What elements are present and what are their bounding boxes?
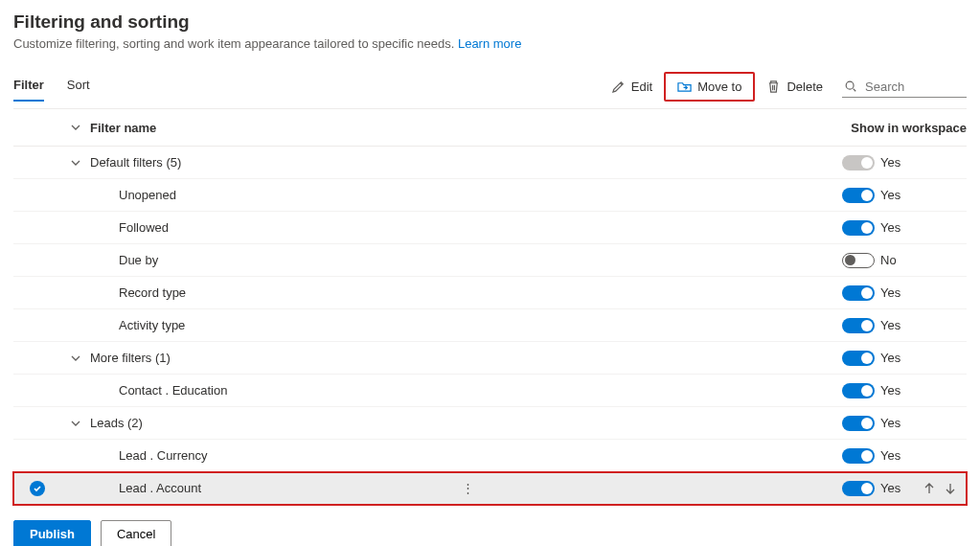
filter-row[interactable]: Lead . Account⋮Yes xyxy=(13,472,967,505)
selected-check-icon xyxy=(30,481,45,496)
svg-point-0 xyxy=(846,81,854,89)
move-to-label: Move to xyxy=(697,80,741,94)
tabs: Filter Sort xyxy=(13,72,90,102)
pencil-icon xyxy=(611,80,626,94)
delete-label: Delete xyxy=(786,80,823,94)
toggle-label: Yes xyxy=(875,318,913,332)
toggle-label: No xyxy=(875,253,913,267)
row-label: Unopened xyxy=(90,188,459,202)
trash-icon xyxy=(766,80,781,94)
filter-row[interactable]: Activity typeYes xyxy=(13,309,967,342)
page-title: Filtering and sorting xyxy=(13,11,967,33)
filter-row[interactable]: Due byNo xyxy=(13,244,967,277)
move-to-button[interactable]: Move to xyxy=(670,76,749,98)
search-input[interactable] xyxy=(863,79,959,95)
toggle-label: Yes xyxy=(875,416,913,430)
show-in-workspace-toggle[interactable] xyxy=(842,188,875,203)
filter-row[interactable]: Record typeYes xyxy=(13,277,967,309)
row-label: Due by xyxy=(90,253,459,267)
group-row[interactable]: More filters (1)Yes xyxy=(13,342,967,375)
edit-button[interactable]: Edit xyxy=(604,76,660,98)
table-body: Default filters (5)YesUnopenedYesFollowe… xyxy=(13,147,967,505)
row-label: Contact . Education xyxy=(90,383,459,398)
show-in-workspace-toggle[interactable] xyxy=(842,285,875,301)
show-in-workspace-toggle[interactable] xyxy=(842,351,875,366)
row-label: Followed xyxy=(90,220,459,235)
toggle-label: Yes xyxy=(875,481,913,495)
search-icon xyxy=(844,80,857,93)
show-in-workspace-toggle[interactable] xyxy=(842,253,875,268)
row-more-icon[interactable]: ⋮ xyxy=(459,481,478,495)
search-input-wrap[interactable] xyxy=(842,77,967,98)
show-in-workspace-toggle[interactable] xyxy=(842,481,875,496)
edit-label: Edit xyxy=(631,80,652,94)
show-in-workspace-toggle xyxy=(842,155,875,171)
show-in-workspace-toggle[interactable] xyxy=(842,220,875,236)
move-to-highlight: Move to xyxy=(664,72,755,102)
tab-filter[interactable]: Filter xyxy=(13,72,44,102)
chevron-down-icon[interactable] xyxy=(70,418,81,429)
toggle-label: Yes xyxy=(875,155,913,170)
move-up-icon[interactable] xyxy=(923,482,936,495)
row-label: Lead . Currency xyxy=(90,448,459,463)
table-header: Filter name Show in workspace xyxy=(13,108,967,147)
chevron-down-icon[interactable] xyxy=(70,122,81,133)
column-show-in-workspace[interactable]: Show in workspace xyxy=(817,121,967,135)
row-label: Lead . Account xyxy=(90,481,459,495)
chevron-down-icon[interactable] xyxy=(70,157,81,169)
subtitle-text: Customize filtering, sorting and work it… xyxy=(13,36,454,51)
row-label: Leads (2) xyxy=(90,416,444,430)
column-filter-name[interactable]: Filter name xyxy=(90,121,817,135)
show-in-workspace-toggle[interactable] xyxy=(842,448,875,464)
delete-button[interactable]: Delete xyxy=(759,76,831,98)
toolbar: Edit Move to Delete xyxy=(604,72,967,102)
show-in-workspace-toggle[interactable] xyxy=(842,383,875,398)
filter-row[interactable]: Contact . EducationYes xyxy=(13,375,967,407)
folder-move-icon xyxy=(677,80,692,94)
group-row[interactable]: Leads (2)Yes xyxy=(13,407,967,440)
row-label: Default filters (5) xyxy=(90,155,444,170)
toggle-label: Yes xyxy=(875,188,913,202)
show-in-workspace-toggle[interactable] xyxy=(842,416,875,431)
move-down-icon[interactable] xyxy=(944,482,957,495)
learn-more-link[interactable]: Learn more xyxy=(458,36,521,51)
row-label: More filters (1) xyxy=(90,351,444,365)
tab-sort[interactable]: Sort xyxy=(67,72,90,102)
row-label: Record type xyxy=(90,285,459,300)
cancel-button[interactable]: Cancel xyxy=(101,520,171,546)
row-label: Activity type xyxy=(90,318,459,332)
filter-row[interactable]: UnopenedYes xyxy=(13,179,967,212)
toggle-label: Yes xyxy=(875,285,913,300)
toggle-label: Yes xyxy=(875,351,913,365)
page-subtitle: Customize filtering, sorting and work it… xyxy=(13,36,967,51)
toggle-label: Yes xyxy=(875,220,913,235)
group-row[interactable]: Default filters (5)Yes xyxy=(13,147,967,179)
chevron-down-icon[interactable] xyxy=(70,353,81,364)
toggle-label: Yes xyxy=(875,383,913,398)
filter-row[interactable]: FollowedYes xyxy=(13,212,967,244)
publish-button[interactable]: Publish xyxy=(13,520,91,546)
filter-row[interactable]: Lead . CurrencyYes xyxy=(13,440,967,472)
toggle-label: Yes xyxy=(875,448,913,463)
show-in-workspace-toggle[interactable] xyxy=(842,318,875,333)
footer: Publish Cancel xyxy=(13,520,967,546)
